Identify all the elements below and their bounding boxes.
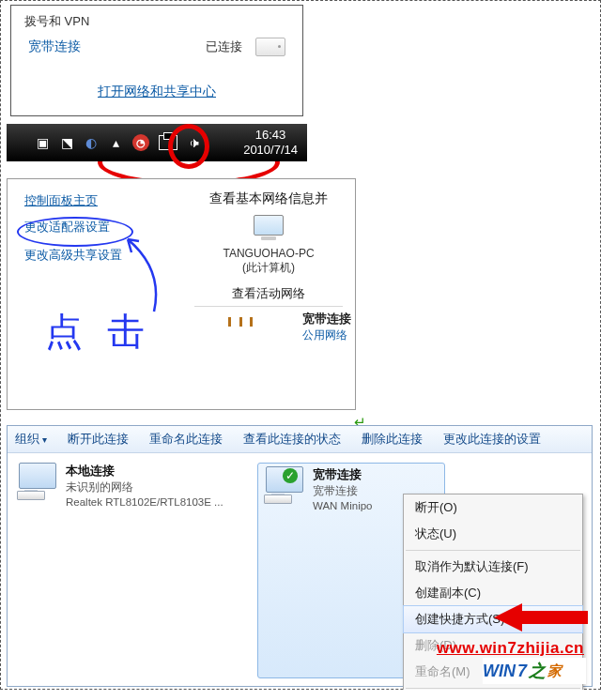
organize-menu[interactable]: 组织 bbox=[15, 431, 47, 448]
modem-icon bbox=[255, 38, 285, 56]
tray-icon[interactable]: ◐ bbox=[84, 135, 99, 150]
item-sub1: 宽带连接 bbox=[313, 483, 372, 498]
computer-sub: (此计算机) bbox=[186, 260, 351, 276]
left-nav: 控制面板主页 更改适配器设置 更改高级共享设置 点 击 bbox=[8, 179, 182, 409]
taskbar: ▣ ⬔ ◐ ▴ ◔ 🕩 16:43 2010/7/14 bbox=[7, 124, 307, 161]
connection-status: 已连接 bbox=[206, 38, 242, 55]
connection-row[interactable]: 宽带连接 已连接 bbox=[24, 38, 289, 56]
logo-part: 之 bbox=[529, 660, 546, 682]
logo-part: 7 bbox=[517, 662, 527, 681]
svg-marker-0 bbox=[494, 603, 588, 632]
menu-separator bbox=[406, 688, 580, 689]
open-network-center-link[interactable]: 打开网络和共享中心 bbox=[98, 84, 216, 99]
item-sub2: Realtek RTL8102E/RTL8103E ... bbox=[66, 495, 223, 510]
annotation-red-circle bbox=[168, 124, 209, 169]
menu-cancel-default[interactable]: 取消作为默认连接(F) bbox=[404, 554, 582, 580]
wan-icon: ✓ bbox=[264, 466, 307, 502]
active-network-item[interactable]: 宽带连接 公用网络 bbox=[186, 311, 351, 343]
lan-icon bbox=[17, 463, 60, 498]
disconnect-button[interactable]: 断开此连接 bbox=[68, 431, 129, 448]
annotation-blue-circle bbox=[17, 217, 133, 247]
view-status-button[interactable]: 查看此连接的状态 bbox=[243, 431, 341, 448]
annotation-red-arrow bbox=[494, 594, 588, 644]
tray-expand-icon[interactable]: ▴ bbox=[108, 135, 123, 150]
divider bbox=[194, 306, 343, 307]
network-flyout: 拨号和 VPN 宽带连接 已连接 打开网络和共享中心 bbox=[10, 5, 303, 116]
toolbar: 组织 断开此连接 重命名此连接 查看此连接的状态 删除此连接 更改此连接的设置 bbox=[8, 426, 592, 453]
public-network-icon bbox=[224, 317, 256, 338]
logo-part: 家 bbox=[547, 662, 562, 680]
page-title: 查看基本网络信息并 bbox=[186, 190, 351, 207]
network-type-link[interactable]: 公用网络 bbox=[302, 328, 347, 342]
clock-time: 16:43 bbox=[243, 128, 298, 143]
taskbar-clock[interactable]: 16:43 2010/7/14 bbox=[243, 128, 298, 157]
watermark-url: www.win7zhijia.cn bbox=[437, 639, 584, 658]
annotation-arrow bbox=[118, 232, 175, 316]
network-center-main: 查看基本网络信息并 TANGUOHAO-PC (此计算机) 查看活动网络 宽带连… bbox=[182, 179, 355, 409]
control-panel-home-link[interactable]: 控制面板主页 bbox=[24, 192, 175, 209]
network-center-window: 控制面板主页 更改适配器设置 更改高级共享设置 点 击 查看基本网络信息并 TA… bbox=[7, 178, 356, 410]
item-title: 宽带连接 bbox=[313, 467, 362, 481]
menu-separator bbox=[406, 550, 580, 551]
open-network-center-link-wrap: 打开网络和共享中心 bbox=[24, 83, 289, 100]
computer-name: TANGUOHAO-PC bbox=[186, 247, 351, 260]
annotation-handwriting: 点 击 bbox=[45, 306, 152, 358]
win7-logo: WIN7之家 bbox=[483, 658, 586, 684]
change-settings-button[interactable]: 更改此连接的设置 bbox=[443, 431, 541, 448]
tray-icon-red[interactable]: ◔ bbox=[132, 134, 149, 151]
connected-check-icon: ✓ bbox=[283, 468, 298, 483]
tray-icon[interactable]: ⬔ bbox=[59, 135, 74, 150]
computer-icon bbox=[252, 215, 285, 243]
connection-name: 宽带连接 bbox=[28, 38, 81, 55]
delete-button[interactable]: 删除此连接 bbox=[362, 431, 423, 448]
network-connections-window: 组织 断开此连接 重命名此连接 查看此连接的状态 删除此连接 更改此连接的设置 … bbox=[7, 425, 593, 687]
item-sub2: WAN Minipo bbox=[313, 498, 372, 513]
active-networks-label: 查看活动网络 bbox=[186, 285, 351, 302]
menu-disconnect[interactable]: 断开(O) bbox=[404, 495, 582, 521]
logo-part: WIN bbox=[483, 662, 516, 681]
rename-button[interactable]: 重命名此连接 bbox=[149, 431, 223, 448]
item-title: 本地连接 bbox=[66, 464, 115, 478]
active-connection-name: 宽带连接 bbox=[302, 312, 351, 326]
clock-date: 2010/7/14 bbox=[243, 143, 298, 158]
item-sub1: 未识别的网络 bbox=[66, 479, 223, 495]
connection-item-local[interactable]: 本地连接 未识别的网络 Realtek RTL8102E/RTL8103E ..… bbox=[17, 463, 242, 678]
menu-status[interactable]: 状态(U) bbox=[404, 521, 582, 547]
tray-icon[interactable]: ▣ bbox=[35, 135, 50, 150]
section-heading: 拨号和 VPN bbox=[24, 13, 289, 30]
